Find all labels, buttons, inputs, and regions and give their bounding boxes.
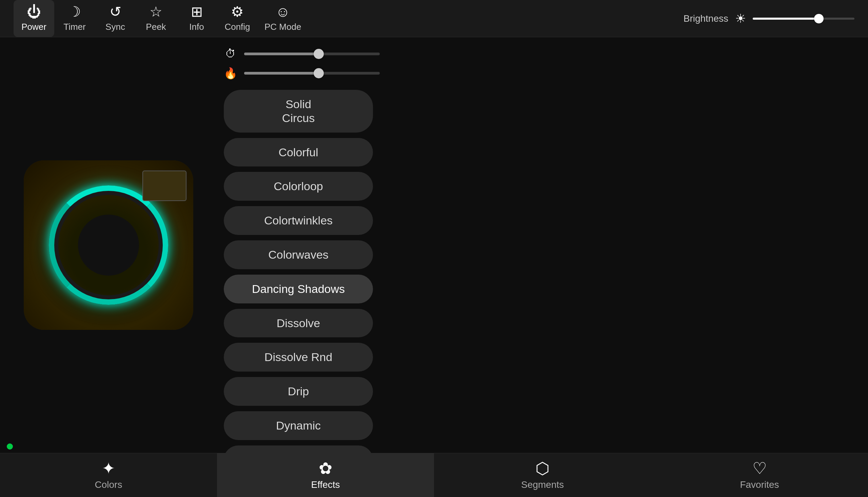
brightness-slider-thumb [814, 14, 824, 24]
info-icon: ⊞ [191, 5, 203, 19]
led-preview [24, 160, 193, 330]
speed-slider-row: ⏱ [224, 47, 848, 60]
config-icon: ⚙ [231, 5, 244, 19]
intensity-slider-thumb [314, 68, 324, 78]
nav-power-label: Power [22, 22, 46, 32]
nav-peek-label: Peek [146, 22, 166, 32]
intensity-icon: 🔥 [224, 67, 237, 80]
effect-solid-circus[interactable]: Solid Circus [224, 90, 373, 132]
speed-slider[interactable] [244, 53, 380, 55]
bottom-nav-favorites[interactable]: ♡ Favorites [651, 453, 868, 497]
nav-pc-mode[interactable]: ☺ PC Mode [258, 0, 308, 37]
led-ring [51, 187, 166, 303]
effect-dynamic[interactable]: Dynamic [224, 411, 373, 440]
timer-icon: ☽ [68, 5, 81, 19]
brightness-slider-fill [753, 18, 819, 20]
nav-info[interactable]: ⊞ Info [176, 0, 217, 37]
effect-colorful[interactable]: Colorful [224, 138, 373, 167]
colors-icon: ✦ [102, 460, 115, 477]
led-ring-center [78, 215, 139, 275]
pc-mode-icon: ☺ [276, 5, 290, 19]
speed-slider-fill [244, 53, 319, 55]
segments-label: Segments [521, 479, 564, 490]
effects-icon: ✿ [319, 460, 332, 477]
effects-label: Effects [311, 479, 340, 490]
brightness-slider[interactable] [753, 18, 854, 20]
intensity-slider[interactable] [244, 72, 380, 74]
intensity-slider-row: 🔥 [224, 67, 848, 80]
top-navigation: ⏻ Power ☽ Timer ↺ Sync ☆ Peek ⊞ Info ⚙ C… [0, 0, 868, 37]
power-icon: ⏻ [27, 5, 41, 19]
brightness-sun-icon: ☀ [735, 12, 746, 26]
pcb-box [142, 171, 186, 201]
nav-pc-mode-label: PC Mode [265, 22, 301, 32]
nav-config-label: Config [225, 22, 250, 32]
bottom-nav-segments[interactable]: ⬡ Segments [434, 453, 651, 497]
nav-info-label: Info [189, 22, 204, 32]
effect-dancing-shadows[interactable]: Dancing Shadows [224, 274, 373, 303]
favorites-icon: ♡ [752, 460, 767, 477]
effect-colortwinkles[interactable]: Colortwinkles [224, 206, 373, 235]
effect-fade[interactable]: Fade [224, 445, 373, 453]
right-panel: ⏱ 🔥 Solid Circus Colorful Colorloop Colo… [217, 37, 868, 453]
effects-list: Solid Circus Colorful Colorloop Colortwi… [224, 90, 848, 453]
effect-dissolve-rnd[interactable]: Dissolve Rnd [224, 343, 373, 372]
main-content: ⏱ 🔥 Solid Circus Colorful Colorloop Colo… [0, 37, 868, 453]
brightness-label: Brightness [684, 13, 728, 24]
favorites-label: Favorites [740, 479, 779, 490]
speed-icon: ⏱ [224, 47, 237, 60]
nav-peek[interactable]: ☆ Peek [136, 0, 176, 37]
speed-slider-thumb [314, 49, 324, 59]
effect-dissolve[interactable]: Dissolve [224, 309, 373, 338]
peek-icon: ☆ [150, 5, 162, 19]
sync-icon: ↺ [110, 5, 122, 19]
effect-drip[interactable]: Drip [224, 377, 373, 406]
effect-colorwaves[interactable]: Colorwaves [224, 240, 373, 269]
segments-icon: ⬡ [536, 460, 550, 477]
nav-config[interactable]: ⚙ Config [217, 0, 258, 37]
bottom-navigation: ✦ Colors ✿ Effects ⬡ Segments ♡ Favorite… [0, 453, 868, 497]
effect-colorloop[interactable]: Colorloop [224, 172, 373, 201]
brightness-control: Brightness ☀ [684, 12, 854, 26]
nav-sync-label: Sync [105, 22, 125, 32]
led-preview-inner [24, 160, 193, 330]
sliders-row: ⏱ 🔥 [224, 47, 848, 80]
status-dot [7, 443, 13, 450]
left-panel [0, 37, 217, 453]
nav-timer[interactable]: ☽ Timer [54, 0, 95, 37]
bottom-nav-colors[interactable]: ✦ Colors [0, 453, 217, 497]
intensity-slider-fill [244, 72, 319, 74]
colors-label: Colors [95, 479, 123, 490]
bottom-nav-effects[interactable]: ✿ Effects [217, 453, 434, 497]
nav-power[interactable]: ⏻ Power [14, 0, 54, 37]
nav-timer-label: Timer [63, 22, 85, 32]
nav-sync[interactable]: ↺ Sync [95, 0, 136, 37]
